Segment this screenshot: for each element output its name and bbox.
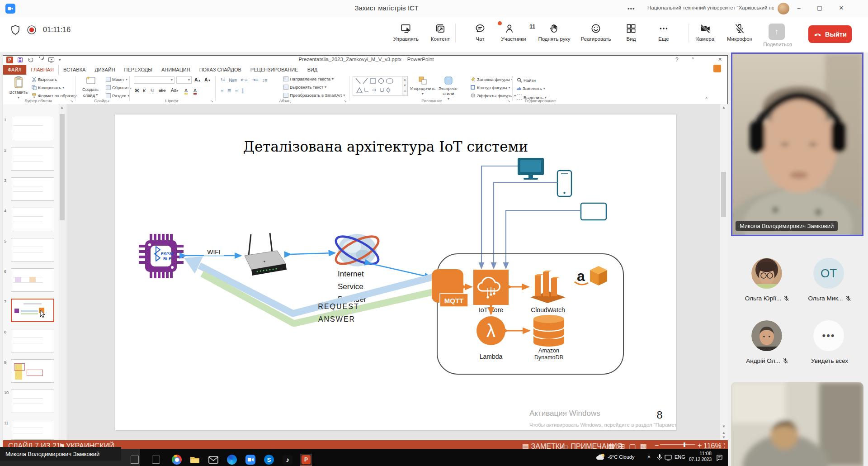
qat-dropdown-icon[interactable]: ▾	[59, 57, 61, 62]
edge-icon[interactable]	[226, 454, 238, 466]
slide-thumbnail-8[interactable]	[11, 329, 54, 352]
prev-slide-button[interactable]: ▲	[722, 431, 726, 435]
participant-avatar-photo[interactable]	[751, 320, 782, 351]
recording-indicator-icon[interactable]	[26, 24, 37, 35]
collapse-ribbon-button[interactable]: ˄	[705, 96, 708, 100]
align-text-button[interactable]: Выровнять текст▾	[283, 85, 326, 90]
slide-thumbnail-11[interactable]	[11, 420, 54, 440]
office-account-icon[interactable]	[713, 65, 721, 72]
security-shield-icon[interactable]	[10, 24, 21, 35]
slide-thumbnail-2[interactable]	[11, 147, 54, 171]
tab-slideshow[interactable]: ПОКАЗ СЛАЙДОВ	[195, 65, 246, 75]
columns-button[interactable]: ∥	[241, 88, 244, 94]
indent-increase-button[interactable]: ⇥≡	[251, 77, 259, 83]
drawing-dialog-launcher[interactable]: ↘	[507, 99, 510, 103]
more-participants-button[interactable]: •••	[813, 320, 844, 351]
font-size-combobox[interactable]: ▾	[176, 76, 192, 84]
numbering-button[interactable]: №≡	[229, 77, 237, 83]
font-dialog-launcher[interactable]: ↘	[210, 99, 213, 103]
participant-avatar-photo[interactable]	[751, 258, 782, 289]
text-direction-button[interactable]: Направление текста▾	[283, 76, 334, 81]
mail-icon[interactable]	[208, 454, 219, 466]
tab-file[interactable]: ФАЙЛ	[3, 65, 26, 75]
layout-button[interactable]: Макет▾	[106, 77, 127, 82]
undo-icon[interactable]	[27, 57, 33, 63]
tab-home[interactable]: ГЛАВНАЯ	[26, 65, 59, 75]
cut-button[interactable]: Вырезать	[32, 77, 57, 82]
indent-decrease-button[interactable]: ⇤≡	[241, 77, 248, 83]
account-avatar[interactable]	[778, 3, 789, 14]
tab-insert[interactable]: ВСТАВКА	[59, 65, 90, 75]
weather-icon[interactable]	[596, 452, 606, 461]
bullets-button[interactable]: ⁝≡	[221, 77, 225, 83]
strikethrough-button[interactable]: abc	[159, 88, 165, 93]
align-left-button[interactable]: ≡	[221, 88, 223, 94]
bold-button[interactable]: Ж	[135, 88, 139, 93]
tab-review[interactable]: РЕЦЕНЗИРОВАНИЕ	[246, 65, 303, 75]
find-button[interactable]: Найти	[517, 77, 536, 83]
underline-button[interactable]: Ч	[151, 88, 154, 93]
slide-thumbnail-7-selected[interactable]	[11, 299, 54, 322]
topbar-overflow-icon[interactable]: •••	[627, 5, 635, 12]
italic-button[interactable]: К	[143, 88, 146, 93]
slide-scroll-down[interactable]: ▼	[722, 424, 726, 428]
slide-thumbnail-1[interactable]	[11, 117, 54, 140]
window-maximize-button[interactable]: ▢	[813, 5, 826, 11]
quick-styles-button[interactable]: Экспресс-стили▾	[436, 76, 461, 101]
copy-button[interactable]: Копировать▾	[32, 85, 64, 90]
clipboard-dialog-launcher[interactable]: ↘	[70, 99, 73, 103]
zoom-app-icon[interactable]	[245, 454, 256, 466]
slide-thumbnail-3[interactable]	[11, 177, 54, 201]
microphone-button[interactable]: Микрофон	[719, 23, 760, 42]
start-presentation-icon[interactable]	[48, 57, 55, 63]
powerpoint-taskbar-icon[interactable]: P	[300, 454, 312, 466]
tab-animations[interactable]: АНИМАЦИЯ	[157, 65, 195, 75]
thumbnail-scrollbar-thumb[interactable]	[60, 114, 65, 220]
window-close-button[interactable]: ✕	[835, 5, 848, 11]
grow-font-button[interactable]: А▲	[194, 77, 201, 82]
slide-scrollbar-thumb[interactable]	[721, 172, 726, 217]
more-button[interactable]: Еще	[643, 23, 684, 42]
shape-effects-button[interactable]: Эффекты фигуры▾	[470, 93, 516, 98]
smartart-button[interactable]: Преобразовать в SmartArt▾	[283, 93, 345, 98]
pinned-app-icon[interactable]	[150, 454, 162, 466]
clock-date[interactable]: 07.12.2023	[683, 457, 712, 462]
shrink-font-button[interactable]: А▼	[204, 77, 211, 82]
weather-text[interactable]: -6°C Cloudy	[608, 454, 634, 460]
slide-thumbnail-9[interactable]	[11, 359, 54, 383]
slide-scrollbar[interactable]	[720, 104, 728, 440]
zoom-slider-track[interactable]	[660, 444, 695, 445]
see-all-button[interactable]: Увидеть всех	[797, 357, 863, 364]
redo-icon[interactable]	[38, 57, 44, 63]
tab-transitions[interactable]: ПЕРЕХОДЫ	[120, 65, 157, 75]
shapes-gallery[interactable]	[353, 76, 402, 96]
tiktok-icon[interactable]: ♪	[282, 454, 293, 466]
slide-thumbnail-10[interactable]	[11, 390, 54, 413]
shape-outline-button[interactable]: Контур фигуры▾	[470, 85, 510, 90]
line-spacing-button[interactable]: ↕≡	[262, 77, 267, 83]
scroll-up-arrow[interactable]: ▲	[60, 105, 64, 109]
skype-icon[interactable]: S	[263, 454, 275, 466]
new-slide-button[interactable]: Создать слайд▾	[79, 76, 102, 98]
save-icon[interactable]	[17, 57, 23, 63]
notification-center-icon[interactable]	[716, 454, 723, 461]
paragraph-dialog-launcher[interactable]: ↘	[344, 99, 347, 103]
active-speaker-video[interactable]	[731, 52, 863, 236]
font-color-button[interactable]: А	[193, 88, 197, 95]
raise-hand-button[interactable]: Поднять руку	[533, 23, 575, 42]
participant-avatar-initials[interactable]: ОТ	[813, 258, 844, 289]
ppt-display-settings-button[interactable]: ⌃	[691, 57, 695, 62]
font-name-combobox[interactable]: ▾	[134, 76, 175, 84]
align-right-button[interactable]: ≡	[235, 88, 238, 94]
arrange-button[interactable]: Упорядочить▾	[410, 76, 435, 96]
format-painter-button[interactable]: Формат по образцу	[32, 93, 76, 98]
file-explorer-icon[interactable]	[189, 454, 201, 466]
chrome-icon[interactable]	[171, 454, 183, 466]
align-center-button[interactable]: ≣	[227, 88, 231, 94]
share-button[interactable]: ↑	[769, 24, 785, 40]
tray-expand-icon[interactable]: ˄	[647, 454, 651, 461]
task-view-icon[interactable]	[129, 454, 141, 466]
leave-button[interactable]: Выйти	[808, 25, 852, 43]
tab-view[interactable]: ВИД	[303, 65, 322, 75]
reset-button[interactable]: Сбросить	[106, 85, 131, 90]
